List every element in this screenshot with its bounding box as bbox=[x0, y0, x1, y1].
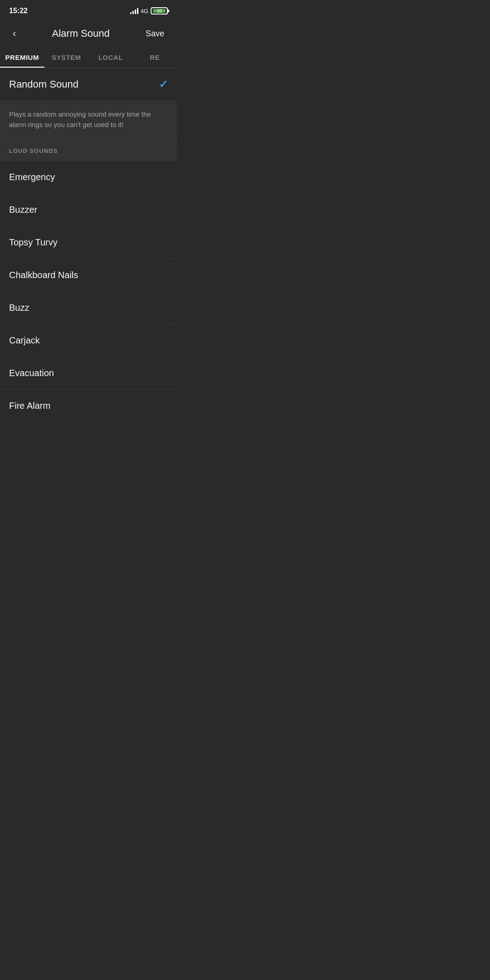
tab-re[interactable]: RE bbox=[133, 47, 177, 68]
tab-local[interactable]: LOCAL bbox=[88, 47, 133, 68]
sound-item-carjack[interactable]: Carjack bbox=[0, 324, 177, 357]
signal-bar-3 bbox=[135, 10, 136, 14]
battery-icon: 98 bbox=[151, 7, 168, 15]
sound-list: EmergencyBuzzerTopsy TurvyChalkboard Nai… bbox=[0, 161, 177, 422]
network-type: 4G bbox=[141, 8, 148, 15]
signal-bar-4 bbox=[137, 8, 138, 14]
sound-name-fire-alarm: Fire Alarm bbox=[9, 401, 50, 411]
signal-bar-2 bbox=[132, 11, 134, 14]
back-button[interactable]: ‹ bbox=[9, 27, 20, 40]
sound-name-topsy-turvy: Topsy Turvy bbox=[9, 237, 58, 248]
sound-item-buzz[interactable]: Buzz bbox=[0, 292, 177, 324]
description-section: Plays a random annoying sound every time… bbox=[0, 101, 177, 140]
sound-name-buzzer: Buzzer bbox=[9, 205, 37, 215]
sound-name-emergency: Emergency bbox=[9, 172, 55, 182]
tab-system[interactable]: SYSTEM bbox=[44, 47, 89, 68]
page-title: Alarm Sound bbox=[20, 28, 142, 39]
loud-sounds-label: LOUD SOUNDS bbox=[9, 147, 58, 154]
sound-name-evacuation: Evacuation bbox=[9, 368, 54, 378]
sound-name-chalkboard-nails: Chalkboard Nails bbox=[9, 270, 78, 280]
app-bar: ‹ Alarm Sound Save bbox=[0, 20, 177, 47]
sound-name-buzz: Buzz bbox=[9, 303, 29, 313]
battery-level: 98 bbox=[157, 9, 162, 14]
random-sound-label: Random Sound bbox=[9, 78, 78, 90]
status-time: 15:22 bbox=[9, 7, 28, 15]
status-icons: 4G 98 bbox=[130, 7, 168, 15]
selected-checkmark-icon: ✓ bbox=[159, 78, 168, 91]
status-bar: 15:22 4G 98 bbox=[0, 0, 177, 20]
sound-item-evacuation[interactable]: Evacuation bbox=[0, 357, 177, 390]
signal-bar-1 bbox=[130, 12, 132, 14]
sound-name-carjack: Carjack bbox=[9, 335, 40, 346]
sound-item-chalkboard-nails[interactable]: Chalkboard Nails bbox=[0, 259, 177, 292]
tab-premium[interactable]: PREMIUM bbox=[0, 47, 44, 68]
save-button[interactable]: Save bbox=[142, 27, 168, 40]
sound-item-topsy-turvy[interactable]: Topsy Turvy bbox=[0, 226, 177, 259]
random-sound-row[interactable]: Random Sound ✓ bbox=[0, 68, 177, 101]
sound-item-buzzer[interactable]: Buzzer bbox=[0, 194, 177, 226]
loud-sounds-section-header: LOUD SOUNDS bbox=[0, 140, 177, 161]
tabs-container: PREMIUM SYSTEM LOCAL RE bbox=[0, 47, 177, 68]
description-text: Plays a random annoying sound every time… bbox=[9, 110, 151, 128]
signal-icon bbox=[130, 8, 138, 14]
sound-item-fire-alarm[interactable]: Fire Alarm bbox=[0, 390, 177, 422]
sound-item-emergency[interactable]: Emergency bbox=[0, 161, 177, 194]
